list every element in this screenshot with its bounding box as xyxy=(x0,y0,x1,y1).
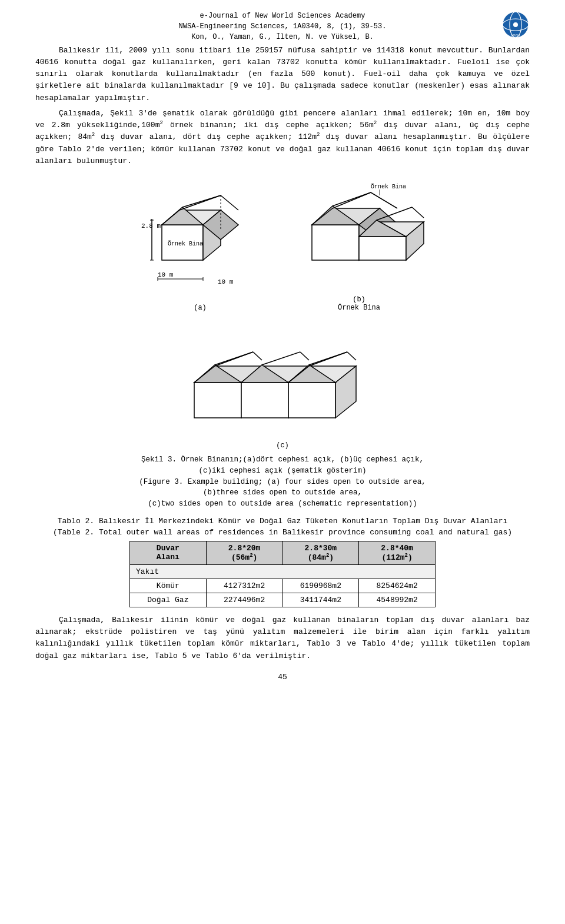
table-header-yakit: Duvar Alanı xyxy=(130,541,207,564)
svg-line-36 xyxy=(333,192,371,208)
figure-b-labels: (b) Örnek Bina xyxy=(338,295,380,312)
table-title-en: (Table 2. Total outer wall areas of resi… xyxy=(53,528,512,537)
table-row-dogalgaz: Doğal Gaz 2274496m2 3411744m2 4548992m2 xyxy=(130,593,436,607)
svg-line-34 xyxy=(371,192,397,208)
table-cell-komur-col1: 4127312m2 xyxy=(206,579,282,593)
page-number: 45 xyxy=(35,673,530,682)
figure-c-label: (c) xyxy=(276,441,289,450)
svg-line-50 xyxy=(215,352,253,366)
svg-line-56 xyxy=(300,352,309,360)
svg-text:2.8 m: 2.8 m xyxy=(141,222,161,230)
svg-line-64 xyxy=(309,352,347,366)
svg-text:Örnek Bina: Örnek Bina xyxy=(371,183,406,190)
table-cell-dogalgaz-label: Doğal Gaz xyxy=(130,593,207,607)
table-title-tr: Tablo 2. Balıkesir İl Merkezindeki Kömür… xyxy=(58,517,508,526)
header-line1: e-Journal of New World Sciences Academy xyxy=(200,12,365,20)
table-cell-komur-col2: 6190968m2 xyxy=(282,579,359,593)
svg-line-48 xyxy=(253,352,262,360)
journal-header: e-Journal of New World Sciences Academy … xyxy=(35,11,530,42)
figure-c-sub: (c) xyxy=(276,441,289,450)
figure-a-label: (a) xyxy=(194,304,207,312)
svg-text:Örnek Bina: Örnek Bina xyxy=(168,240,203,247)
svg-marker-37 xyxy=(359,237,406,260)
figure-row-ab: 2.8 m 10 m 10 m xyxy=(35,178,530,312)
table-section: Tablo 2. Balıkesir İl Merkezindeki Kömür… xyxy=(35,516,530,607)
table-cell-komur-label: Kömür xyxy=(130,579,207,593)
svg-marker-43 xyxy=(194,383,241,418)
figure-section: 2.8 m 10 m 10 m xyxy=(35,178,530,510)
svg-line-23 xyxy=(180,195,221,210)
figure-b-sub: (b) xyxy=(353,295,365,304)
svg-marker-28 xyxy=(312,225,359,260)
figure-a-svg: 2.8 m 10 m 10 m xyxy=(135,184,265,301)
figure-c-svg xyxy=(182,318,383,441)
table-cell-dogalgaz-col2: 3411744m2 xyxy=(282,593,359,607)
header-line2: NWSA-Engineering Sciences, 1A0340, 8, (1… xyxy=(179,22,387,31)
paragraph-3: Çalışmada, Balıkesir ilinin kömür ve doğ… xyxy=(35,614,530,662)
figure-c: (c) xyxy=(182,318,383,450)
paragraph-2: Çalışmada, Şekil 3'de şematik olarak gör… xyxy=(35,108,530,167)
figure-b-ornek: Örnek Bina xyxy=(338,304,380,312)
table-header-col1: 2.8*20m (56m2) xyxy=(206,541,282,564)
header-line3: Kon, O., Yaman, G., İlten, N. ve Yüksel,… xyxy=(191,33,374,41)
svg-point-3 xyxy=(513,22,518,27)
table-cell-dogalgaz-col3: 4548992m2 xyxy=(359,593,436,607)
svg-marker-51 xyxy=(241,383,288,418)
table-cell-dogalgaz-col1: 2274496m2 xyxy=(206,593,282,607)
bottom-text: Çalışmada, Balıkesir ilinin kömür ve doğ… xyxy=(35,614,530,662)
body-text: Balıkesir ili, 2009 yılı sonu itibari il… xyxy=(35,45,530,167)
svg-text:NWSA: NWSA xyxy=(511,34,521,37)
figure-caption-en: (Figure 3. Example building; (a) four si… xyxy=(139,478,426,508)
table-yakit-cell: Yakıt xyxy=(130,565,436,579)
table-header-col3: 2.8*40m (112m2) xyxy=(359,541,436,564)
paragraph-1: Balıkesir ili, 2009 yılı sonu itibari il… xyxy=(35,45,530,104)
figure-caption-tr: Şekil 3. Örnek Binanın;(a)dört cephesi a… xyxy=(141,456,424,475)
figure-b-svg: Örnek Bina xyxy=(288,178,430,295)
figure-b: Örnek Bina xyxy=(288,178,430,312)
svg-line-55 xyxy=(262,352,300,365)
svg-marker-57 xyxy=(288,383,335,418)
table-header-col2: 2.8*30m (84m2) xyxy=(282,541,359,564)
page: e-Journal of New World Sciences Academy … xyxy=(0,0,565,924)
table-cell-komur-col3: 8254624m2 xyxy=(359,579,436,593)
data-table: Duvar Alanı 2.8*20m (56m2) 2.8*30m (84m2… xyxy=(129,541,436,607)
table-row-yakit-label: Yakıt xyxy=(130,565,436,579)
figure-a: 2.8 m 10 m 10 m xyxy=(135,184,265,312)
svg-line-21 xyxy=(221,195,238,210)
svg-line-62 xyxy=(347,352,356,360)
journal-logo: NWSA xyxy=(501,11,530,39)
table-title: Tablo 2. Balıkesir İl Merkezindeki Kömür… xyxy=(35,516,530,539)
svg-text:10 m: 10 m xyxy=(158,271,174,278)
table-row-komur: Kömür 4127312m2 6190968m2 8254624m2 xyxy=(130,579,436,593)
svg-line-42 xyxy=(412,207,424,218)
svg-text:10 m: 10 m xyxy=(218,278,234,285)
table-header-row: Duvar Alanı 2.8*20m (56m2) 2.8*30m (84m2… xyxy=(130,541,436,564)
figure-caption: Şekil 3. Örnek Binanın;(a)dört cephesi a… xyxy=(139,454,426,510)
